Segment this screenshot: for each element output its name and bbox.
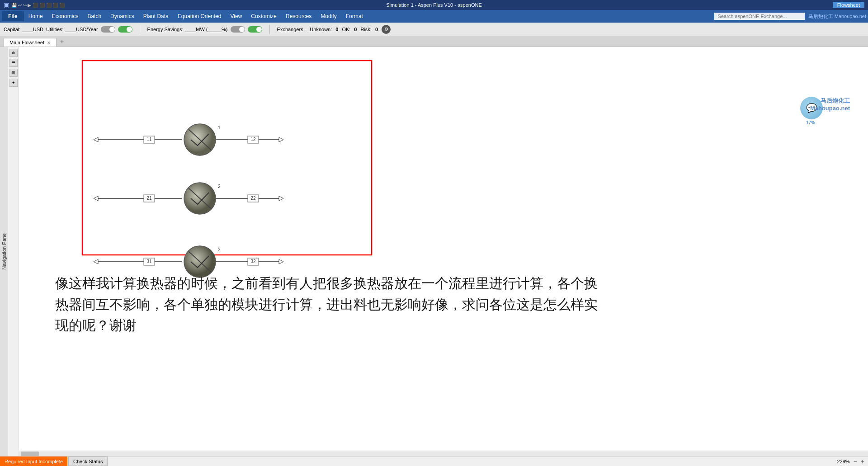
tab-bar: Main Flowsheet ✕ + bbox=[0, 36, 868, 47]
main-flowsheet-tab[interactable]: Main Flowsheet ✕ bbox=[4, 38, 57, 47]
svg-text:11: 11 bbox=[146, 137, 152, 142]
exchangers-label: Exchangers - bbox=[277, 27, 307, 32]
capital-toggle2[interactable] bbox=[118, 26, 132, 33]
file-menu[interactable]: File bbox=[2, 11, 24, 21]
dynamics-menu[interactable]: Dynamics bbox=[106, 11, 139, 21]
description-text: 像这样我计算换热器的时候，之前看到有人把很多换热器放在一个流程里进行计算，各个换… bbox=[55, 273, 598, 336]
horizontal-scrollbar[interactable] bbox=[19, 451, 868, 456]
status-bar: Required Input Incomplete Check Status 2… bbox=[0, 456, 868, 466]
nav-pane-label: Navigation Pane bbox=[1, 233, 7, 270]
chat-percent: 17% bbox=[806, 120, 815, 125]
svg-text:31: 31 bbox=[146, 259, 152, 264]
unknown-label: Unknown: bbox=[310, 27, 332, 32]
settings-icon[interactable]: ⚙ bbox=[382, 25, 391, 34]
tab-close-icon[interactable]: ✕ bbox=[47, 40, 51, 45]
svg-text:1: 1 bbox=[218, 125, 221, 130]
svg-text:21: 21 bbox=[146, 196, 152, 201]
title-bar-left: ▣ 💾 ↩ ↪ ▶ ⬛ ⬛ ⬛ ⬛ ⬛ bbox=[4, 1, 65, 9]
app-icon: ▣ bbox=[4, 1, 9, 9]
svg-text:32: 32 bbox=[250, 259, 256, 264]
flowsheet-canvas[interactable]: 💬 17% 马后炮化工Mahoupao.net 11 bbox=[19, 47, 868, 456]
tab-label: Main Flowsheet bbox=[9, 40, 44, 45]
zoom-out-button[interactable]: − bbox=[854, 458, 857, 465]
add-tab-button[interactable]: + bbox=[57, 37, 67, 47]
zoom-info: 229% − + bbox=[837, 458, 868, 465]
svg-text:3: 3 bbox=[218, 247, 221, 252]
equation-oriented-menu[interactable]: Equation Oriented bbox=[173, 11, 226, 21]
flowsheet-diagram: 💬 17% 马后炮化工Mahoupao.net 11 bbox=[28, 56, 859, 447]
flowsheet-badge: Flowsheet bbox=[833, 2, 864, 8]
risk-value: 0 bbox=[375, 27, 378, 32]
svg-text:2: 2 bbox=[218, 184, 221, 189]
main-area: Navigation Pane ⊕ ☰ ⊞ ✦ 💬 17% 马后炮化工Mahou… bbox=[0, 47, 868, 456]
energy-toggle2[interactable] bbox=[248, 26, 262, 33]
title-bar-right: Flowsheet bbox=[833, 2, 864, 8]
divider2 bbox=[269, 25, 270, 34]
zoom-value: 229% bbox=[837, 459, 849, 464]
plant-data-menu[interactable]: Plant Data bbox=[139, 11, 173, 21]
left-tool-1[interactable]: ⊕ bbox=[9, 49, 18, 57]
svg-text:12: 12 bbox=[250, 137, 256, 142]
quick-access: 💾 ↩ ↪ ▶ ⬛ ⬛ ⬛ ⬛ ⬛ bbox=[11, 3, 65, 8]
economics-menu[interactable]: Economics bbox=[47, 11, 83, 21]
svg-rect-0 bbox=[82, 61, 372, 255]
left-toolbar: ⊕ ☰ ⊞ ✦ bbox=[8, 47, 19, 456]
left-tool-2[interactable]: ☰ bbox=[9, 59, 18, 67]
customize-menu[interactable]: Customize bbox=[246, 11, 281, 21]
energy-group: Energy Savings: ____MW (_____%) bbox=[147, 26, 262, 33]
left-tool-3[interactable]: ⊞ bbox=[9, 69, 18, 77]
menu-bar: File Home Economics Batch Dynamics Plant… bbox=[0, 10, 868, 23]
risk-label: Risk: bbox=[360, 27, 371, 32]
check-status-button[interactable]: Check Status bbox=[68, 457, 108, 466]
required-input-status[interactable]: Required Input Incomplete bbox=[0, 457, 67, 466]
energy-label: Energy Savings: ____MW (_____%) bbox=[147, 27, 228, 32]
capital-label: Capital: ____USD bbox=[4, 27, 43, 32]
logo: 马后炮化工 Mahoupao.net bbox=[808, 13, 866, 20]
unknown-value: 0 bbox=[335, 27, 338, 32]
title-bar: ▣ 💾 ↩ ↪ ▶ ⬛ ⬛ ⬛ ⬛ ⬛ Simulation 1 - Aspen… bbox=[0, 0, 868, 10]
svg-marker-28 bbox=[94, 259, 98, 264]
resources-menu[interactable]: Resources bbox=[281, 11, 316, 21]
modify-menu[interactable]: Modify bbox=[316, 11, 341, 21]
svg-text:22: 22 bbox=[250, 196, 256, 201]
navigation-pane[interactable]: Navigation Pane bbox=[0, 47, 8, 456]
window-title: Simulation 1 - Aspen Plus V10 - aspenONE bbox=[386, 2, 482, 8]
capital-group: Capital: ____USD Utilities: ____USD/Year bbox=[4, 26, 132, 33]
exchangers-info: Exchangers - Unknown: 0 OK: 0 Risk: 0 ⚙ bbox=[277, 25, 391, 34]
ok-label: OK: bbox=[342, 27, 350, 32]
ok-value: 0 bbox=[354, 27, 357, 32]
home-menu[interactable]: Home bbox=[24, 11, 47, 21]
search-input[interactable] bbox=[714, 13, 805, 20]
svg-marker-39 bbox=[279, 259, 283, 264]
utilities-label: Utilities: ____USD/Year bbox=[46, 27, 98, 32]
left-tool-4[interactable]: ✦ bbox=[9, 79, 18, 87]
capital-toggle[interactable] bbox=[101, 26, 115, 33]
zoom-in-button[interactable]: + bbox=[861, 458, 864, 465]
divider1 bbox=[140, 25, 140, 34]
view-menu[interactable]: View bbox=[226, 11, 247, 21]
toolbar: Capital: ____USD Utilities: ____USD/Year… bbox=[0, 23, 868, 36]
batch-menu[interactable]: Batch bbox=[83, 11, 106, 21]
watermark: 马后炮化工Mahoupao.net bbox=[810, 97, 850, 112]
format-menu[interactable]: Format bbox=[341, 11, 368, 21]
energy-toggle[interactable] bbox=[231, 26, 245, 33]
